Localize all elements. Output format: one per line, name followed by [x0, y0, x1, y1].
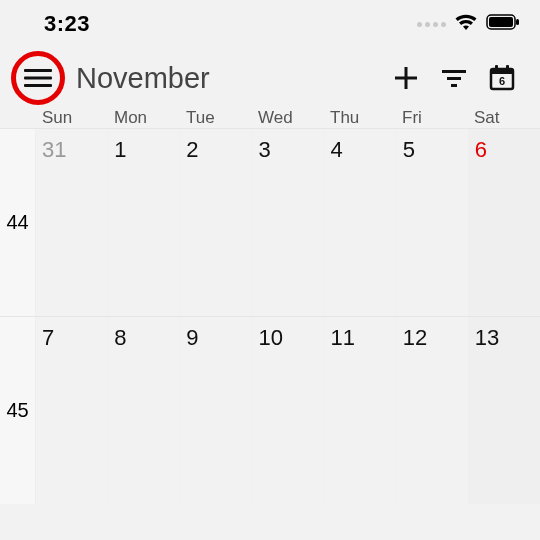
day-cell[interactable]: 10: [252, 317, 324, 504]
day-cell[interactable]: 31: [36, 129, 108, 316]
cellular-dots-icon: [417, 22, 446, 27]
calendar-grid: 44 31 1 2 3 4 5 6 45 7 8 9 10 11 12 13: [0, 128, 540, 504]
day-cell[interactable]: 4: [325, 129, 397, 316]
day-cell[interactable]: 9: [180, 317, 252, 504]
svg-rect-2: [516, 19, 519, 25]
month-title[interactable]: November: [76, 62, 382, 95]
day-number: 3: [258, 137, 270, 162]
week-row: 44 31 1 2 3 4 5 6: [0, 128, 540, 316]
weekday-label: Wed: [252, 108, 324, 128]
week-row: 45 7 8 9 10 11 12 13: [0, 316, 540, 504]
day-cell[interactable]: 8: [108, 317, 180, 504]
svg-rect-4: [24, 77, 52, 80]
svg-rect-10: [451, 84, 457, 87]
day-cell-today[interactable]: 6: [469, 129, 540, 316]
status-right: [417, 12, 520, 36]
day-cell[interactable]: 7: [36, 317, 108, 504]
day-number: 9: [186, 325, 198, 350]
weekday-label: Sun: [36, 108, 108, 128]
svg-rect-9: [447, 77, 461, 80]
day-number: 31: [42, 137, 66, 162]
filter-icon: [440, 68, 468, 88]
weekday-label: Fri: [396, 108, 468, 128]
day-cell[interactable]: 2: [180, 129, 252, 316]
day-number: 7: [42, 325, 54, 350]
svg-rect-1: [489, 17, 513, 27]
svg-rect-3: [24, 69, 52, 72]
add-button[interactable]: [382, 54, 430, 102]
week-number: 45: [0, 317, 36, 504]
weekday-header: Sun Mon Tue Wed Thu Fri Sat: [0, 108, 540, 128]
day-number: 10: [258, 325, 282, 350]
week-number: 44: [0, 129, 36, 316]
day-cell[interactable]: 1: [108, 129, 180, 316]
filter-button[interactable]: [430, 54, 478, 102]
day-cell[interactable]: 11: [325, 317, 397, 504]
day-number: 13: [475, 325, 499, 350]
status-time: 3:23: [44, 11, 90, 37]
weekday-label: Tue: [180, 108, 252, 128]
svg-rect-8: [442, 70, 466, 73]
day-number: 6: [475, 137, 487, 162]
day-cell[interactable]: 3: [252, 129, 324, 316]
weekday-label: Thu: [324, 108, 396, 128]
svg-rect-7: [395, 77, 417, 80]
day-cell[interactable]: 13: [469, 317, 540, 504]
wifi-icon: [454, 12, 478, 36]
day-number: 4: [331, 137, 343, 162]
weekday-label: Sat: [468, 108, 540, 128]
battery-icon: [486, 14, 520, 34]
svg-text:6: 6: [499, 75, 505, 87]
day-cell[interactable]: 5: [397, 129, 469, 316]
day-number: 12: [403, 325, 427, 350]
svg-rect-12: [491, 69, 513, 74]
day-number: 8: [114, 325, 126, 350]
calendar-today-icon: 6: [487, 63, 517, 93]
day-number: 1: [114, 137, 126, 162]
plus-icon: [393, 65, 419, 91]
day-cell[interactable]: 12: [397, 317, 469, 504]
hamburger-icon: [24, 68, 52, 88]
day-number: 2: [186, 137, 198, 162]
today-button[interactable]: 6: [478, 54, 526, 102]
svg-rect-14: [506, 65, 509, 71]
svg-rect-5: [24, 84, 52, 87]
weekday-label: Mon: [108, 108, 180, 128]
app-header: November 6: [0, 48, 540, 108]
day-number: 5: [403, 137, 415, 162]
status-bar: 3:23: [0, 0, 540, 48]
day-number: 11: [331, 325, 355, 350]
menu-button[interactable]: [14, 54, 62, 102]
svg-rect-13: [495, 65, 498, 71]
